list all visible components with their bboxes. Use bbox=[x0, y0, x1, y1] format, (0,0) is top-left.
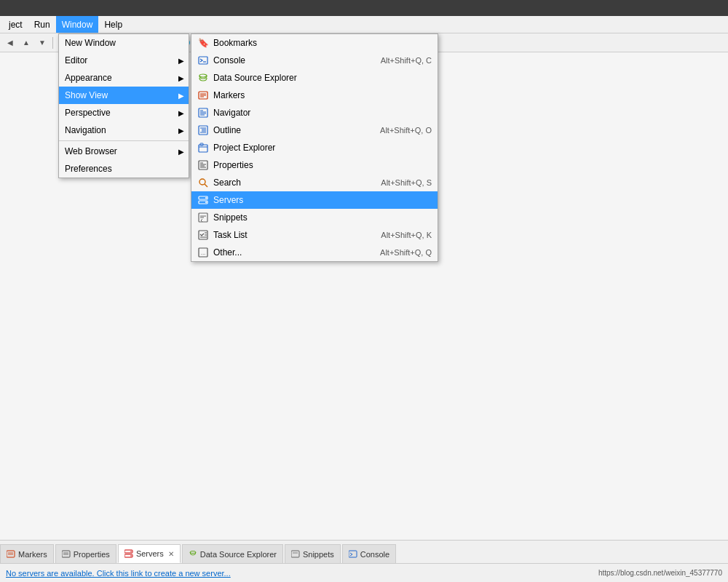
tab-console[interactable]: Console bbox=[342, 544, 396, 563]
svg-point-24 bbox=[199, 179, 205, 185]
submenu-outline[interactable]: Outline Alt+Shift+Q, O bbox=[191, 121, 438, 139]
menu-item-run[interactable]: Run bbox=[28, 16, 56, 33]
svg-rect-17 bbox=[199, 145, 207, 152]
status-link[interactable]: No servers are available. Click this lin… bbox=[6, 569, 231, 578]
tab-servers-icon bbox=[124, 549, 133, 558]
tab-datasource[interactable]: Data Source Explorer bbox=[182, 544, 283, 563]
navigator-icon bbox=[197, 107, 209, 119]
bookmarks-icon: 🔖 bbox=[197, 37, 209, 49]
submenu-datasource[interactable]: Data Source Explorer bbox=[191, 69, 438, 87]
menu-item-project[interactable]: ject bbox=[3, 16, 28, 33]
menu-web-browser[interactable]: Web Browser ▶ bbox=[59, 143, 189, 160]
window-dropdown: New Window Editor ▶ Appearance ▶ Show Vi… bbox=[58, 33, 189, 178]
submenu-task-list[interactable]: Task List Alt+Shift+Q, K bbox=[191, 226, 438, 244]
tab-servers[interactable]: Servers ✕ bbox=[118, 544, 181, 563]
datasource-icon bbox=[197, 72, 209, 84]
menu-appearance[interactable]: Appearance ▶ bbox=[59, 69, 189, 87]
status-right-text: https://blog.csdn.net/weixin_45377770 bbox=[598, 569, 722, 577]
svg-text:...: ... bbox=[201, 250, 206, 256]
submenu-servers[interactable]: Servers bbox=[191, 191, 438, 209]
submenu-other[interactable]: ... Other... Alt+Shift+Q, Q bbox=[191, 244, 438, 261]
svg-line-25 bbox=[205, 184, 207, 187]
showview-submenu: 🔖 Bookmarks Console Alt+Shift+Q, C Data … bbox=[191, 33, 438, 262]
title-bar bbox=[0, 0, 728, 16]
submenu-markers[interactable]: Markers bbox=[191, 87, 438, 104]
servers-icon bbox=[197, 194, 209, 206]
outline-icon bbox=[197, 124, 209, 136]
tab-markers[interactable]: Markers bbox=[0, 544, 54, 563]
submenu-navigator[interactable]: Navigator bbox=[191, 104, 438, 121]
other-icon: ... bbox=[197, 247, 209, 258]
editor-arrow: ▶ bbox=[178, 57, 184, 65]
toolbar-btn-3[interactable]: ▼ bbox=[35, 36, 50, 50]
svg-rect-39 bbox=[7, 551, 15, 557]
appearance-arrow: ▶ bbox=[178, 74, 184, 82]
toolbar-btn-2[interactable]: ▲ bbox=[19, 36, 33, 50]
menu-navigation[interactable]: Navigation ▶ bbox=[59, 121, 189, 139]
tab-markers-icon bbox=[7, 550, 15, 559]
menu-bar: ject Run Window Help bbox=[0, 16, 728, 33]
perspective-arrow: ▶ bbox=[178, 109, 184, 117]
menu-item-help[interactable]: Help bbox=[98, 16, 128, 33]
svg-point-29 bbox=[205, 202, 207, 203]
webbrowser-arrow: ▶ bbox=[178, 148, 184, 156]
status-bar: No servers are available. Click this lin… bbox=[0, 563, 728, 582]
tab-properties-icon bbox=[62, 550, 71, 559]
menu-new-window[interactable]: New Window bbox=[59, 34, 189, 52]
svg-point-27 bbox=[205, 197, 207, 199]
properties-icon bbox=[197, 159, 209, 171]
submenu-snippets[interactable]: Snippets bbox=[191, 209, 438, 226]
menu-item-window[interactable]: Window bbox=[56, 16, 99, 33]
submenu-bookmarks[interactable]: 🔖 Bookmarks bbox=[191, 34, 438, 52]
submenu-properties[interactable]: Properties bbox=[191, 156, 438, 174]
svg-point-48 bbox=[130, 555, 132, 557]
menu-preferences[interactable]: Preferences bbox=[59, 160, 189, 178]
toolbar-sep-1 bbox=[52, 37, 53, 49]
svg-rect-50 bbox=[291, 551, 299, 557]
tab-datasource-icon bbox=[189, 550, 197, 559]
tab-snippets-icon bbox=[291, 550, 300, 559]
svg-rect-12 bbox=[199, 126, 207, 135]
svg-rect-52 bbox=[349, 551, 357, 557]
navigation-arrow: ▶ bbox=[178, 127, 184, 135]
submenu-project-explorer[interactable]: Project Explorer bbox=[191, 139, 438, 156]
snippets-icon bbox=[197, 212, 209, 223]
tasklist-icon bbox=[197, 229, 209, 241]
markers-icon bbox=[197, 89, 209, 101]
menu-separator bbox=[59, 140, 189, 141]
svg-rect-7 bbox=[199, 108, 207, 117]
bottom-tabs: Markers Properties Servers ✕ Data Source… bbox=[0, 540, 728, 563]
svg-point-2 bbox=[199, 74, 207, 77]
tab-servers-close[interactable]: ✕ bbox=[168, 550, 174, 558]
search-icon bbox=[197, 177, 209, 188]
menu-perspective[interactable]: Perspective ▶ bbox=[59, 104, 189, 121]
projexp-icon bbox=[197, 142, 209, 154]
svg-rect-19 bbox=[199, 161, 207, 170]
menu-editor[interactable]: Editor ▶ bbox=[59, 52, 189, 69]
console-icon bbox=[197, 55, 209, 66]
submenu-console[interactable]: Console Alt+Shift+Q, C bbox=[191, 52, 438, 69]
tab-properties[interactable]: Properties bbox=[55, 544, 116, 563]
svg-point-46 bbox=[130, 551, 132, 552]
menu-show-view[interactable]: Show View ▶ bbox=[59, 87, 189, 104]
toolbar-btn-1[interactable]: ◀ bbox=[3, 36, 17, 50]
tab-console-icon bbox=[349, 550, 357, 559]
tab-snippets[interactable]: Snippets bbox=[285, 544, 341, 563]
showview-arrow: ▶ bbox=[178, 92, 184, 100]
svg-point-49 bbox=[190, 551, 196, 553]
svg-rect-42 bbox=[62, 551, 70, 557]
submenu-search[interactable]: Search Alt+Shift+Q, S bbox=[191, 174, 438, 191]
